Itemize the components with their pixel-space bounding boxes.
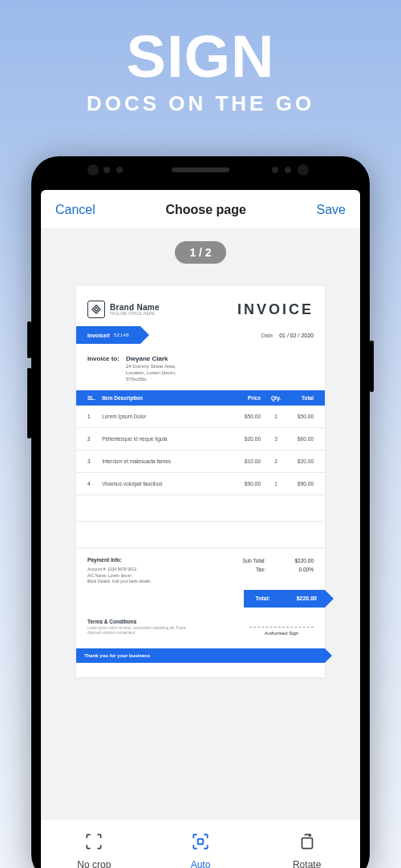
brand-name: Brand Name	[110, 303, 160, 312]
rotate-label: Rotate	[293, 859, 321, 868]
page-indicator: 1 / 2	[175, 241, 225, 264]
brand-logo-icon	[87, 301, 105, 318]
brand-tagline: TAGLINE SPACE HERE	[110, 312, 160, 316]
side-button	[370, 341, 374, 392]
page-title: Choose page	[165, 203, 245, 217]
table-row: 3Interdum et malesuada fames$10.002$20.0…	[76, 450, 325, 473]
auto-icon	[190, 831, 211, 854]
rotate-icon	[297, 831, 318, 854]
nocrop-label: No crop	[77, 859, 111, 868]
line-items-table: SL. Item Description Price Qty. Total 1L…	[76, 390, 325, 548]
terms-block: Terms & Conditions Lorem ipsum dolor sit…	[87, 619, 200, 636]
invoice-number-label: Invoice#	[87, 333, 110, 338]
invoice-date: Date 01 / 02 / 2020	[261, 333, 325, 338]
auto-label: Auto	[191, 859, 211, 868]
invoice-number-ribbon: Invoice# 52148	[76, 326, 140, 344]
invoice-document[interactable]: Brand Name TAGLINE SPACE HERE INVOICE In…	[76, 286, 325, 677]
thanks-ribbon: Thank you for your business	[76, 648, 325, 663]
auto-button[interactable]: Auto	[148, 831, 253, 868]
hero-subtitle: DOCS ON THE GO	[0, 91, 401, 116]
side-button	[27, 321, 31, 358]
nocrop-icon	[83, 831, 104, 854]
phone-notch	[31, 156, 370, 188]
hero-banner: SIGN DOCS ON THE GO	[0, 0, 401, 116]
bill-to: Invoice to: Dwyane Clark 24 Dummy Street…	[76, 344, 325, 390]
table-row	[76, 522, 325, 548]
bottom-toolbar: No crop Auto Rotate	[41, 819, 360, 868]
nocrop-button[interactable]: No crop	[42, 831, 147, 868]
app-header: Cancel Choose page Save	[41, 190, 360, 228]
authorised-sign: Authorised Sign	[249, 627, 314, 636]
grand-total-ribbon: Total: $220.00	[244, 590, 325, 608]
payment-info: Payment Info: Account #: 1234 5678 9012 …	[87, 556, 151, 584]
totals-block: Sub Total:$220.00 Tax:0.00%	[242, 556, 314, 584]
brand: Brand Name TAGLINE SPACE HERE	[87, 301, 160, 318]
bill-to-name: Dwyane Clark	[126, 355, 176, 362]
side-button	[27, 368, 31, 438]
app-screen: Cancel Choose page Save 1 / 2 Brand Name…	[41, 190, 360, 868]
cancel-button[interactable]: Cancel	[55, 203, 95, 217]
table-row	[76, 495, 325, 522]
invoice-number: 52148	[114, 333, 129, 337]
document-canvas[interactable]: 1 / 2 Brand Name TAGLINE SPACE HERE INVO…	[41, 228, 360, 819]
save-button[interactable]: Save	[317, 203, 346, 217]
invoice-heading: INVOICE	[237, 301, 314, 318]
table-row: 1Lorem Ipsum Dolor$50.001$50.00	[76, 406, 325, 428]
phone-frame: Cancel Choose page Save 1 / 2 Brand Name…	[31, 156, 370, 868]
hero-title: SIGN	[0, 27, 401, 87]
rotate-button[interactable]: Rotate	[254, 831, 359, 868]
svg-rect-1	[302, 838, 312, 849]
table-row: 4Vivamus volutpat faucibus$90.001$90.00	[76, 473, 325, 495]
table-row: 2Pellentesque id neque ligula$20.003$60.…	[76, 428, 325, 450]
svg-rect-0	[198, 839, 204, 845]
